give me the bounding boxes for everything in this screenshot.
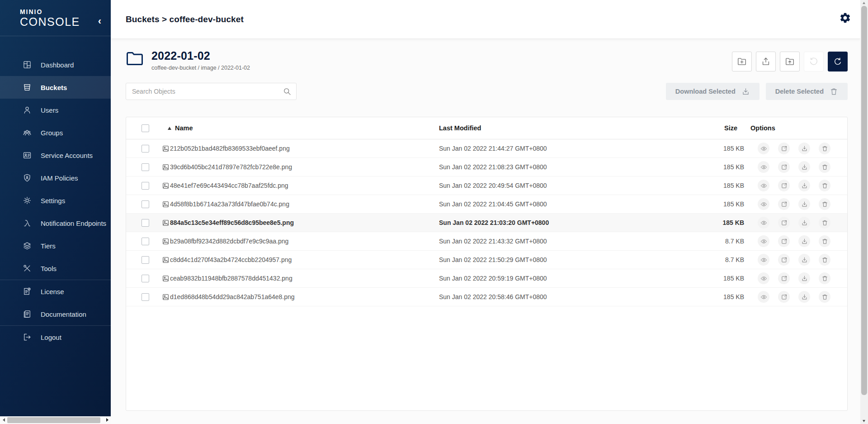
object-name[interactable]: d1ed868d48b54dd29ac842ab751a64e8.png [168, 293, 439, 300]
column-header-size[interactable]: Size [645, 124, 744, 132]
share-button[interactable] [778, 291, 790, 303]
delete-selected-button[interactable]: Delete Selected [766, 83, 848, 100]
share-button[interactable] [778, 217, 790, 229]
sidebar-item-tools[interactable]: Tools [0, 257, 111, 280]
delete-button[interactable] [819, 291, 830, 303]
table-row[interactable]: ceab9832b11948bfb2887578dd451432.pngSun … [126, 269, 847, 288]
sidebar-item-service-accounts[interactable]: Service Accounts [0, 144, 111, 167]
preview-button[interactable] [758, 291, 769, 303]
download-button[interactable] [798, 235, 810, 247]
download-button[interactable] [798, 143, 810, 154]
sidebar-item-buckets[interactable]: Buckets [0, 76, 111, 99]
row-checkbox[interactable] [142, 200, 149, 208]
scroll-down-arrow[interactable] [863, 420, 865, 422]
object-name[interactable]: b29a08fbf92342d882dcbdf7e9c9c9aa.png [168, 238, 439, 245]
object-name[interactable]: 39cd6b405bc241d7897e782fcb722e8e.png [168, 163, 439, 171]
sidebar-item-notification-endpoints[interactable]: Notification Endpoints [0, 212, 111, 234]
scroll-right-arrow[interactable] [106, 418, 108, 422]
download-button[interactable] [798, 272, 810, 284]
delete-button[interactable] [819, 254, 830, 266]
sidebar-item-tiers[interactable]: Tiers [0, 234, 111, 257]
row-checkbox[interactable] [142, 163, 149, 171]
delete-button[interactable] [819, 161, 830, 173]
sidebar-item-logout[interactable]: Logout [0, 326, 111, 348]
sidebar-item-groups[interactable]: Groups [0, 121, 111, 144]
share-button[interactable] [778, 235, 790, 247]
column-header-last-modified[interactable]: Last Modified [439, 124, 645, 132]
row-checkbox[interactable] [142, 293, 149, 301]
preview-button[interactable] [758, 161, 769, 173]
share-button[interactable] [778, 198, 790, 210]
preview-button[interactable] [758, 180, 769, 191]
delete-button[interactable] [819, 198, 830, 210]
new-path-button[interactable] [732, 52, 752, 71]
sort-ascending-icon [168, 127, 171, 130]
row-checkbox[interactable] [142, 275, 149, 282]
table-row[interactable]: 48e41ef7e69c443494cc78b7aaf25fdc.pngSun … [126, 176, 847, 195]
sidebar-item-dashboard[interactable]: Dashboard [0, 53, 111, 76]
download-button[interactable] [798, 161, 810, 173]
search-input[interactable] [126, 83, 297, 100]
sidebar-item-iam-policies[interactable]: IAM Policies [0, 167, 111, 189]
download-button[interactable] [798, 254, 810, 266]
row-checkbox[interactable] [142, 145, 149, 152]
delete-button[interactable] [819, 180, 830, 191]
preview-button[interactable] [758, 217, 769, 229]
column-header-name[interactable]: Name [168, 124, 439, 132]
table-row[interactable]: 39cd6b405bc241d7897e782fcb722e8e.pngSun … [126, 158, 847, 176]
table-row[interactable]: c8dd4c1d270f43a2b4724ccbb2204957.pngSun … [126, 251, 847, 269]
horizontal-scrollbar-thumb[interactable] [7, 417, 100, 423]
select-all-checkbox[interactable] [142, 124, 149, 132]
horizontal-scrollbar[interactable] [0, 416, 111, 424]
table-row[interactable]: d1ed868d48b54dd29ac842ab751a64e8.pngSun … [126, 288, 847, 306]
sidebar-item-documentation[interactable]: Documentation [0, 303, 111, 325]
preview-button[interactable] [758, 272, 769, 284]
download-button[interactable] [798, 291, 810, 303]
share-button[interactable] [778, 161, 790, 173]
table-row[interactable]: 212b052b1bad482fb8369533ebf0aeef.pngSun … [126, 139, 847, 158]
settings-gear-button[interactable] [837, 10, 853, 26]
breadcrumb[interactable]: Buckets > coffee-dev-bucket [126, 14, 244, 24]
object-name[interactable]: 48e41ef7e69c443494cc78b7aaf25fdc.png [168, 182, 439, 189]
vertical-scrollbar[interactable] [860, 0, 868, 424]
rewind-button[interactable] [804, 52, 824, 71]
preview-button[interactable] [758, 254, 769, 266]
download-button[interactable] [798, 198, 810, 210]
object-name[interactable]: ceab9832b11948bfb2887578dd451432.png [168, 275, 439, 282]
row-checkbox[interactable] [142, 256, 149, 264]
object-name[interactable]: c8dd4c1d270f43a2b4724ccbb2204957.png [168, 256, 439, 263]
share-button[interactable] [778, 254, 790, 266]
vertical-scrollbar-thumb[interactable] [861, 6, 867, 395]
sidebar-item-users[interactable]: Users [0, 99, 111, 121]
download-button[interactable] [798, 180, 810, 191]
scroll-up-arrow[interactable] [863, 2, 865, 4]
refresh-button[interactable] [828, 52, 848, 71]
share-button[interactable] [778, 272, 790, 284]
preview-button[interactable] [758, 143, 769, 154]
delete-button[interactable] [819, 143, 830, 154]
row-checkbox[interactable] [142, 219, 149, 227]
share-button[interactable] [778, 143, 790, 154]
upload-file-button[interactable] [756, 52, 776, 71]
sidebar-collapse-button[interactable]: ‹ [95, 15, 104, 27]
upload-folder-button[interactable] [780, 52, 800, 71]
delete-button[interactable] [819, 217, 830, 229]
row-checkbox[interactable] [142, 238, 149, 245]
table-row[interactable]: 884a5c13c5e34eff89c56d8c95bee8e5.pngSun … [126, 214, 847, 232]
table-row[interactable]: b29a08fbf92342d882dcbdf7e9c9c9aa.pngSun … [126, 232, 847, 251]
object-name[interactable]: 4d58f8b1b6714a23a73fd47bfae0b74c.png [168, 200, 439, 208]
download-button[interactable] [798, 217, 810, 229]
sidebar-item-settings[interactable]: Settings [0, 189, 111, 212]
delete-button[interactable] [819, 272, 830, 284]
download-selected-button[interactable]: Download Selected [666, 83, 760, 100]
preview-button[interactable] [758, 235, 769, 247]
share-button[interactable] [778, 180, 790, 191]
sidebar-item-license[interactable]: License [0, 280, 111, 303]
object-name[interactable]: 212b052b1bad482fb8369533ebf0aeef.png [168, 145, 439, 152]
scroll-left-arrow[interactable] [3, 418, 5, 422]
delete-button[interactable] [819, 235, 830, 247]
row-checkbox[interactable] [142, 182, 149, 190]
table-row[interactable]: 4d58f8b1b6714a23a73fd47bfae0b74c.pngSun … [126, 195, 847, 214]
object-name[interactable]: 884a5c13c5e34eff89c56d8c95bee8e5.png [168, 219, 439, 226]
preview-button[interactable] [758, 198, 769, 210]
